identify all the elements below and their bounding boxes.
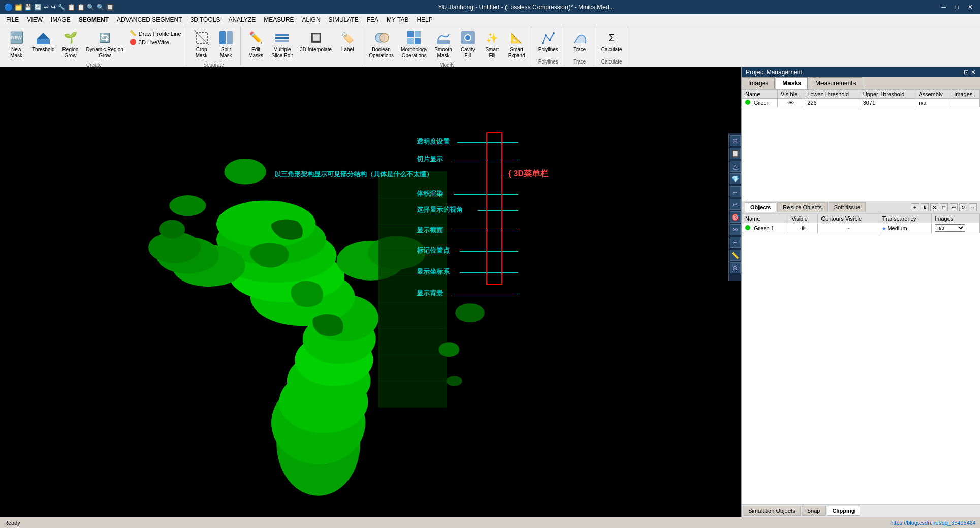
svg-rect-0 (37, 39, 50, 44)
vs-grid-button[interactable]: ⊞ (730, 135, 741, 146)
tab-objects[interactable]: Objects (745, 202, 776, 212)
minimize-button[interactable]: ─ (938, 3, 949, 12)
polylines-label: Polylines (538, 59, 558, 65)
objects-controls: + ⬇ ✕ □ ↩ ↻ ↔ (911, 203, 977, 211)
tab-simulation-objects[interactable]: Simulation Objects (743, 506, 801, 516)
cavity-fill-button[interactable]: CavityFill (457, 27, 479, 61)
menu-file[interactable]: FILE (2, 15, 23, 24)
vs-measure-button[interactable]: 📏 (730, 250, 741, 261)
menu-bar: FILE VIEW IMAGE SEGMENT ADVANCED SEGMENT… (0, 14, 980, 25)
svg-point-59 (447, 376, 462, 386)
svg-rect-7 (275, 37, 289, 39)
svg-rect-11 (407, 31, 414, 37)
panel-close-button[interactable]: ✕ (971, 69, 976, 76)
smooth-mask-button[interactable]: SmoothMask (432, 27, 454, 61)
draw-profile-line-button[interactable]: 📏 Draw Profile Line (128, 29, 183, 37)
obj-col-transparency: Transparency (879, 214, 932, 223)
svg-marker-1 (37, 33, 50, 39)
panel-detach-button[interactable]: ⊡ (964, 69, 969, 76)
dynamic-region-grow-button[interactable]: 🔄 Dynamic RegionGrow (83, 27, 125, 61)
svg-rect-15 (437, 40, 450, 44)
smart-fill-button[interactable]: ✨ SmartFill (481, 27, 503, 61)
expand-button[interactable]: ↔ (969, 203, 977, 211)
add-object-button[interactable]: + (911, 203, 919, 211)
vs-rotate-button[interactable]: ↔ (730, 186, 741, 197)
svg-point-54 (224, 159, 266, 184)
title-bar: 🔵 🗂️ 💾 🔄 ↩ ↪ 🔧 📋 📋 🔍 🔍 🔲 YU JIanhong - U… (0, 0, 980, 14)
delete-object-button[interactable]: ✕ (930, 203, 938, 211)
menu-advanced-segment[interactable]: ADVANCED SEGMENT (113, 15, 186, 24)
tab-masks[interactable]: Masks (776, 77, 808, 89)
morphology-operations-button[interactable]: MorphologyOperations (398, 27, 430, 61)
trace-icon (572, 29, 588, 46)
tab-measurements[interactable]: Measurements (809, 77, 862, 89)
mask-row-green[interactable]: Green 👁 226 3071 n/a (742, 99, 980, 107)
viewport-3d[interactable]: 透明度设置 切片显示 以三角形架构显示可见部分结构（具体是什么不太懂） 体积渲染… (0, 67, 741, 517)
menu-view[interactable]: VIEW (23, 15, 47, 24)
crop-mask-icon (194, 29, 210, 46)
threshold-button[interactable]: Threshold (29, 27, 57, 55)
menu-image[interactable]: IMAGE (47, 15, 75, 24)
polylines-button[interactable]: Polylines (535, 27, 561, 55)
3d-livewire-button[interactable]: 🔴 3D LiveWire (128, 38, 183, 46)
undo-button[interactable]: ↩ (950, 203, 958, 211)
vs-volume-button[interactable]: 💎 (730, 173, 741, 184)
smart-fill-icon: ✨ (484, 29, 500, 46)
vs-plus-button[interactable]: + (730, 237, 741, 248)
menu-analyze[interactable]: ANALYZE (224, 15, 260, 24)
calculate-button[interactable]: Σ Calculate (598, 27, 625, 55)
trace-label: Trace (573, 59, 586, 65)
close-button[interactable]: ✕ (965, 3, 976, 12)
refresh-button[interactable]: ↻ (959, 203, 967, 211)
obj-contours-cell: ~ (818, 223, 879, 233)
obj-images-dropdown[interactable]: n/a (935, 224, 965, 232)
tab-clipping[interactable]: Clipping (827, 506, 860, 516)
object-row-green1[interactable]: Green 1 👁 ~ ● Medium n/a (742, 223, 980, 233)
trace-button[interactable]: Trace (568, 27, 591, 55)
region-grow-button[interactable]: 🌱 RegionGrow (59, 27, 81, 61)
col-name: Name (742, 90, 778, 99)
menu-simulate[interactable]: SIMULATE (325, 15, 363, 24)
menu-3d-tools[interactable]: 3D TOOLS (186, 15, 225, 24)
vs-coord-button[interactable]: ⊕ (730, 262, 741, 273)
3d-interpolate-icon: 🔲 (308, 29, 324, 46)
svg-rect-8 (275, 40, 289, 42)
col-assembly: Assembly (915, 90, 951, 99)
vs-slice-button[interactable]: 🔲 (730, 148, 741, 159)
vs-view-button[interactable]: 🎯 (730, 211, 741, 223)
split-mask-button[interactable]: SplitMask (215, 27, 237, 61)
toolbar-polylines-group: Polylines Polylines (532, 26, 564, 66)
menu-help[interactable]: HELP (413, 15, 436, 24)
svg-point-25 (553, 32, 555, 34)
tab-reslice-objects[interactable]: Reslice Objects (777, 202, 827, 212)
vs-crosssection-button[interactable]: 👁 (730, 224, 741, 235)
masks-table-container: Name Visible Lower Threshold Upper Thres… (742, 89, 980, 201)
menu-measure[interactable]: MEASURE (260, 15, 298, 24)
vs-reset-button[interactable]: ↩ (730, 199, 741, 210)
tab-soft-tissue[interactable]: Soft tissue (829, 202, 866, 212)
col-visible: Visible (778, 90, 804, 99)
menu-fea[interactable]: FEA (363, 15, 383, 24)
download-button[interactable]: ⬇ (921, 203, 929, 211)
menu-my-tab[interactable]: MY TAB (383, 15, 413, 24)
edit-masks-button[interactable]: ✏️ EditMasks (245, 27, 267, 61)
object-square-button[interactable]: □ (940, 203, 948, 211)
smart-expand-button[interactable]: 📐 SmartExpand (505, 27, 528, 61)
obj-visible-cell[interactable]: 👁 (788, 223, 818, 233)
label-button[interactable]: 🏷️ Label (336, 27, 359, 55)
status-url: https://blog.csdn.net/qq_35495464 (890, 520, 976, 526)
vs-triangle-button[interactable]: △ (730, 161, 741, 172)
3d-interpolate-button[interactable]: 🔲 3D Interpolate (297, 27, 334, 55)
menu-segment[interactable]: SEGMENT (75, 15, 113, 24)
panel-title: Project Management ⊡ ✕ (742, 67, 980, 77)
crop-mask-button[interactable]: CropMask (191, 27, 213, 61)
menu-align[interactable]: ALIGN (298, 15, 325, 24)
boolean-operations-button[interactable]: BooleanOperations (366, 27, 396, 61)
multiple-slice-edit-button[interactable]: MultipleSlice Edit (269, 27, 296, 61)
tab-images[interactable]: Images (742, 77, 775, 89)
tab-snap[interactable]: Snap (802, 506, 826, 516)
status-bar: Ready https://blog.csdn.net/qq_35495464 (0, 517, 980, 528)
new-mask-button[interactable]: 🆕 NewMask (5, 27, 27, 61)
mask-visible-cell[interactable]: 👁 (778, 99, 804, 107)
maximize-button[interactable]: □ (952, 3, 962, 12)
